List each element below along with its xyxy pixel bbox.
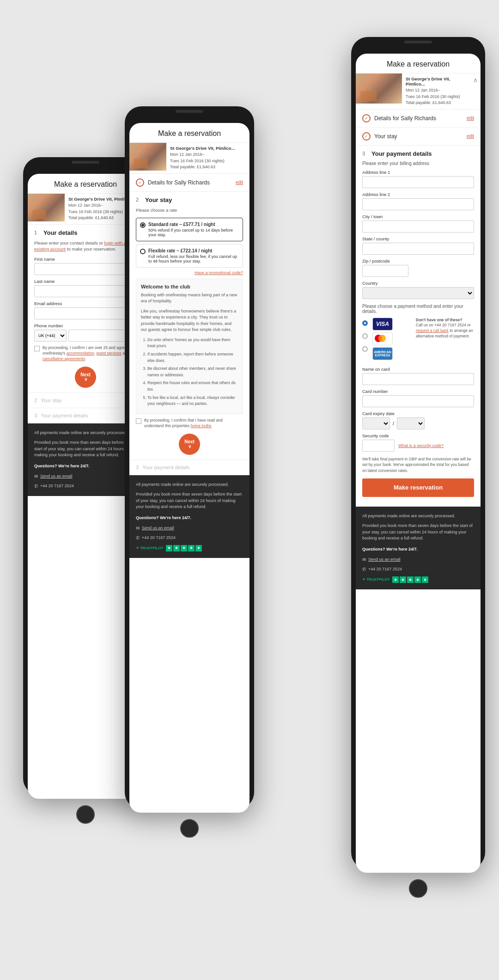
middle-step3-collapsed: 3 Your payment details [129,460,250,475]
flexible-rate-option[interactable]: Flexible rate – £722.14 / night Full ref… [136,244,243,268]
right-phone-home-button[interactable] [409,879,427,898]
middle-property-image [129,143,166,171]
addr2-input[interactable] [362,198,474,210]
right-property-image [356,74,402,104]
home-truths-checkbox[interactable] [136,418,141,424]
make-reservation-button[interactable]: Make reservation [362,478,474,497]
right-trustpilot-stars: ★ ★ ★ ★ ★ [392,576,428,583]
middle-next-button[interactable]: Next ∨ [179,434,200,455]
middle-completed-step1: ✓ Details for Sally Richards edit [129,174,250,192]
standard-rate-radio[interactable] [140,222,146,228]
left-phone-home-button[interactable] [76,805,95,824]
completed-left-1: ✓ Details for Sally Richards [136,178,210,187]
middle-trustpilot: ✦ TRUSTPILOT ★ ★ ★ ★ ★ [136,545,243,551]
right-completed-left-1: ✓ Details for Sally Richards [362,114,436,122]
visa-card-icon: VISA [372,318,393,331]
right-phone-screen: Make a reservation St George's Drive VII… [356,54,481,873]
left-step1-header: 1 Your details [34,229,137,236]
star-5: ★ [195,545,202,551]
left-property-image [28,194,65,221]
check-icon-1: ✓ [136,178,144,187]
middle-phone-icon: ✆ [136,534,140,541]
promo-code-link[interactable]: Have a promotional code? [136,270,243,275]
city-input[interactable] [362,220,474,233]
right-star-1: ★ [392,576,399,583]
email-label: Email address [34,301,137,306]
last-name-input[interactable] [34,285,137,297]
club-rules-list: Do unto others' homes as you would have … [141,337,238,407]
expiry-year-select[interactable] [397,417,425,429]
middle-next-chevron-icon: ∨ [188,444,191,449]
standard-rate-option[interactable]: Standard rate – £577.71 / night 50% refu… [136,218,243,241]
right-footer: All payments made online are securely pr… [356,507,481,590]
expand-icon[interactable]: ∧ [470,74,481,86]
first-name-label: First name [34,257,137,262]
middle-step2-desc: Please choose a rate [136,207,243,213]
visa-radio-selected[interactable] [362,320,368,326]
right-completed-left-2: ✓ Your stay [362,132,397,141]
middle-phone-screen: Make a reservation St George's Drive VII… [129,123,250,813]
right-property-banner: St George's Drive VII, Pimlico... Mon 12… [356,74,481,110]
left-phone-link: ✆ +44 20 7167 2524 [34,483,137,490]
middle-property-banner: St George's Drive VII, Pimlico... Mon 12… [129,143,250,174]
right-trustpilot: ✦ TRUSTPILOT ★ ★ ★ ★ ★ [362,576,474,583]
standard-rate-text: Standard rate – £577.71 / night 50% refu… [148,222,239,237]
edit-step1-link[interactable]: edit [236,180,243,185]
flexible-rate-radio[interactable] [140,249,146,254]
state-input[interactable] [362,243,474,255]
middle-email-link[interactable]: ✉ Send us an email [136,525,243,532]
right-step3: 3 Your payment details Please enter your… [356,146,481,507]
right-phone: Make a reservation St George's Drive VII… [351,37,485,869]
terms-checkbox[interactable] [34,346,40,351]
middle-footer: All payments made online are securely pr… [129,475,250,558]
right-star-5: ★ [422,576,428,583]
left-next-button[interactable]: Next ∨ [75,367,96,388]
expiry-row: / [362,417,474,429]
right-property-dates: Mon 12 Jan 2016– Tues 16 Feb 2016 (30 ni… [406,87,467,106]
addr1-label: Address line 1 [362,170,474,175]
name-on-card-input[interactable] [362,373,474,385]
right-star-3: ★ [407,576,414,583]
right-completed-step2: ✓ Your stay edit [356,128,481,146]
middle-phone-number: ✆ +44 20 7167 2524 [136,534,243,541]
security-code-help-link[interactable]: What is a security code? [398,443,444,448]
zip-input[interactable] [362,265,408,277]
addr2-label: Address line 2 [362,192,474,197]
first-name-input[interactable] [34,263,137,275]
left-email-link[interactable]: ✉ Send us an email [34,473,137,480]
right-step3-header: 3 Your payment details [362,150,474,157]
last-name-label: Last name [34,279,137,284]
country-select[interactable] [362,287,474,299]
middle-property-dates: Mon 12 Jan 2016– Tues 16 Feb 2016 (30 ni… [170,152,235,171]
left-step1-desc: Please enter your contact details or log… [34,240,137,252]
right-check-icon-2: ✓ [362,132,371,141]
name-on-card-label: Name on card [362,367,474,372]
email-icon: ✉ [34,473,38,480]
right-phone-icon: ✆ [362,566,366,573]
card-number-input[interactable] [362,395,474,407]
right-edit-step2-link[interactable]: edit [467,134,474,139]
mastercard-radio[interactable] [362,333,368,339]
right-star-2: ★ [400,576,406,583]
payment-cards-col: VISA AMERICAN EXPRESS [372,318,411,362]
security-code-input[interactable] [362,440,395,452]
home-truths-checkbox-row: By proceeding, I confirm that I have rea… [136,418,243,429]
email-input[interactable] [34,307,137,319]
addr1-input[interactable] [362,176,474,188]
phone-icon: ✆ [34,483,38,490]
right-email-link[interactable]: ✉ Send us an email [362,556,474,563]
flexible-rate-text: Flexible rate – £722.14 / night Full ref… [148,248,239,263]
phone-input-row: UK (+44) [34,330,137,342]
next-chevron-icon: ∨ [84,377,87,382]
middle-page-title: Make a reservation [129,123,250,143]
middle-phone-home-button[interactable] [180,819,199,838]
expiry-month-select[interactable] [362,417,390,429]
right-check-icon-1: ✓ [362,114,371,122]
phone-speaker-left [72,161,99,164]
right-email-icon: ✉ [362,556,366,563]
right-edit-step1-link[interactable]: edit [467,116,474,121]
trustpilot-stars: ★ ★ ★ ★ ★ [166,545,202,551]
phone-country-select[interactable]: UK (+44) [34,330,67,342]
trustpilot-logo: ✦ TRUSTPILOT [136,545,163,551]
amex-radio[interactable] [362,346,368,352]
